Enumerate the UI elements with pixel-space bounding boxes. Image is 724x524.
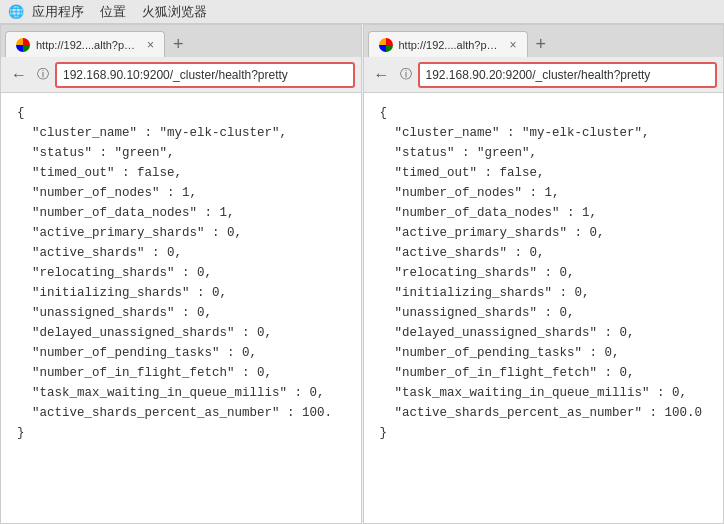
json-line: "active_primary_shards" : 0, [17, 223, 345, 243]
content-right: { "cluster_name" : "my-elk-cluster", "st… [364, 93, 724, 523]
tab-right[interactable]: http://192....alth?pretty × [368, 31, 528, 57]
json-line: "relocating_shards" : 0, [380, 263, 708, 283]
json-line: "timed_out" : false, [380, 163, 708, 183]
json-line: "initializing_shards" : 0, [380, 283, 708, 303]
json-line: "timed_out" : false, [17, 163, 345, 183]
address-bar-left[interactable] [55, 62, 355, 88]
tab-favicon-left [16, 38, 30, 52]
browser-right: http://192....alth?pretty × + ← ⓘ { "clu… [363, 24, 725, 524]
app-logo: 🌐 [8, 4, 24, 19]
json-line: "cluster_name" : "my-elk-cluster", [380, 123, 708, 143]
json-line: "initializing_shards" : 0, [17, 283, 345, 303]
back-btn-right[interactable]: ← [370, 64, 394, 86]
tab-close-right[interactable]: × [509, 38, 516, 52]
tab-label-left: http://192....alth?pretty [36, 39, 137, 51]
json-line: "active_shards_percent_as_number" : 100.… [380, 403, 708, 423]
json-line: "active_primary_shards" : 0, [380, 223, 708, 243]
menu-firefox[interactable]: 火狐浏览器 [142, 3, 207, 21]
json-line: "task_max_waiting_in_queue_millis" : 0, [380, 383, 708, 403]
json-line: "delayed_unassigned_shards" : 0, [17, 323, 345, 343]
nav-bar-right: ← ⓘ [364, 57, 724, 93]
json-line: "status" : "green", [380, 143, 708, 163]
json-line: "number_of_nodes" : 1, [17, 183, 345, 203]
json-line: "active_shards_percent_as_number" : 100. [17, 403, 345, 423]
tab-close-left[interactable]: × [147, 38, 154, 52]
json-line: "number_of_in_flight_fetch" : 0, [380, 363, 708, 383]
new-tab-left[interactable]: + [169, 31, 188, 57]
tab-favicon-right [379, 38, 393, 52]
json-line: "number_of_data_nodes" : 1, [380, 203, 708, 223]
json-line: { [380, 103, 708, 123]
security-icon-left: ⓘ [35, 66, 51, 83]
json-line: "active_shards" : 0, [380, 243, 708, 263]
json-line: } [380, 423, 708, 443]
json-line: "unassigned_shards" : 0, [17, 303, 345, 323]
address-bar-right[interactable] [418, 62, 718, 88]
json-line: "number_of_nodes" : 1, [380, 183, 708, 203]
browsers-container: http://192....alth?pretty × + ← ⓘ { "clu… [0, 24, 724, 524]
json-line: "status" : "green", [17, 143, 345, 163]
json-line: "unassigned_shards" : 0, [380, 303, 708, 323]
menu-location[interactable]: 位置 [100, 3, 126, 21]
tab-bar-right: http://192....alth?pretty × + [364, 25, 724, 57]
menu-app[interactable]: 应用程序 [32, 3, 84, 21]
browser-left: http://192....alth?pretty × + ← ⓘ { "clu… [0, 24, 362, 524]
tab-label-right: http://192....alth?pretty [399, 39, 500, 51]
content-left: { "cluster_name" : "my-elk-cluster", "st… [1, 93, 361, 523]
json-line: "delayed_unassigned_shards" : 0, [380, 323, 708, 343]
json-line: "number_of_pending_tasks" : 0, [380, 343, 708, 363]
json-line: "task_max_waiting_in_queue_millis" : 0, [17, 383, 345, 403]
json-line: "number_of_pending_tasks" : 0, [17, 343, 345, 363]
nav-bar-left: ← ⓘ [1, 57, 361, 93]
json-line: { [17, 103, 345, 123]
json-line: "cluster_name" : "my-elk-cluster", [17, 123, 345, 143]
json-line: "number_of_in_flight_fetch" : 0, [17, 363, 345, 383]
json-line: "active_shards" : 0, [17, 243, 345, 263]
back-btn-left[interactable]: ← [7, 64, 31, 86]
new-tab-right[interactable]: + [532, 31, 551, 57]
json-line: "number_of_data_nodes" : 1, [17, 203, 345, 223]
security-icon-right: ⓘ [398, 66, 414, 83]
menu-bar: 🌐 应用程序 位置 火狐浏览器 [0, 0, 724, 24]
json-line: "relocating_shards" : 0, [17, 263, 345, 283]
tab-bar-left: http://192....alth?pretty × + [1, 25, 361, 57]
tab-left[interactable]: http://192....alth?pretty × [5, 31, 165, 57]
json-line: } [17, 423, 345, 443]
